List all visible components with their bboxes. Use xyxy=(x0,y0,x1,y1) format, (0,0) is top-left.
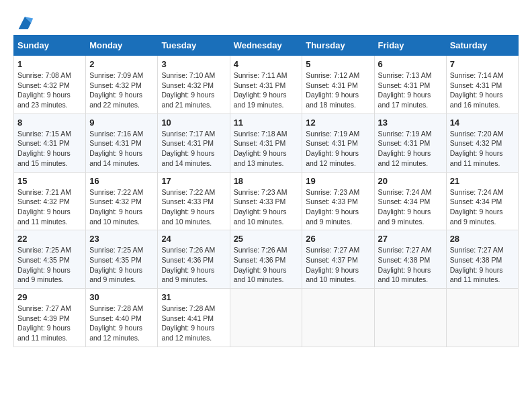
day-number: 24 xyxy=(161,234,226,244)
calendar-cell: 30Sunrise: 7:28 AMSunset: 4:40 PMDayligh… xyxy=(86,289,158,347)
calendar-cell: 5Sunrise: 7:12 AMSunset: 4:31 PMDaylight… xyxy=(302,56,374,114)
day-number: 31 xyxy=(161,292,226,302)
calendar-cell: 15Sunrise: 7:21 AMSunset: 4:32 PMDayligh… xyxy=(14,172,86,230)
day-number: 6 xyxy=(378,59,443,69)
day-info: Sunrise: 7:21 AMSunset: 4:32 PMDaylight:… xyxy=(17,187,82,227)
calendar-cell xyxy=(302,289,374,347)
calendar-cell: 10Sunrise: 7:17 AMSunset: 4:31 PMDayligh… xyxy=(158,113,230,172)
day-number: 4 xyxy=(234,59,299,69)
day-number: 21 xyxy=(450,176,515,186)
calendar-week-4: 29Sunrise: 7:27 AMSunset: 4:39 PMDayligh… xyxy=(14,289,519,347)
day-number: 29 xyxy=(17,292,82,302)
calendar-cell: 1Sunrise: 7:08 AMSunset: 4:32 PMDaylight… xyxy=(14,56,86,114)
calendar-week-1: 8Sunrise: 7:15 AMSunset: 4:31 PMDaylight… xyxy=(14,113,519,172)
day-info: Sunrise: 7:15 AMSunset: 4:31 PMDaylight:… xyxy=(17,129,82,169)
calendar-cell: 28Sunrise: 7:27 AMSunset: 4:38 PMDayligh… xyxy=(446,230,518,289)
day-number: 17 xyxy=(161,176,226,186)
day-number: 13 xyxy=(378,118,443,128)
calendar-header-friday: Friday xyxy=(374,36,446,56)
day-number: 16 xyxy=(89,176,154,186)
day-number: 11 xyxy=(234,118,299,128)
day-info: Sunrise: 7:19 AMSunset: 4:31 PMDaylight:… xyxy=(378,129,443,169)
day-info: Sunrise: 7:19 AMSunset: 4:31 PMDaylight:… xyxy=(306,129,370,169)
day-info: Sunrise: 7:08 AMSunset: 4:32 PMDaylight:… xyxy=(17,71,82,110)
calendar-cell: 7Sunrise: 7:14 AMSunset: 4:31 PMDaylight… xyxy=(446,56,518,114)
calendar-cell: 18Sunrise: 7:23 AMSunset: 4:33 PMDayligh… xyxy=(230,172,302,230)
calendar-cell: 4Sunrise: 7:11 AMSunset: 4:31 PMDaylight… xyxy=(230,56,302,114)
day-number: 5 xyxy=(306,59,370,69)
calendar-header-tuesday: Tuesday xyxy=(158,36,230,56)
calendar-cell: 8Sunrise: 7:15 AMSunset: 4:31 PMDaylight… xyxy=(14,113,86,172)
day-number: 26 xyxy=(306,234,370,244)
calendar-cell: 27Sunrise: 7:27 AMSunset: 4:38 PMDayligh… xyxy=(374,230,446,289)
calendar-cell xyxy=(374,289,446,347)
day-info: Sunrise: 7:27 AMSunset: 4:38 PMDaylight:… xyxy=(378,245,443,285)
calendar-cell: 13Sunrise: 7:19 AMSunset: 4:31 PMDayligh… xyxy=(374,113,446,172)
calendar-cell: 3Sunrise: 7:10 AMSunset: 4:32 PMDaylight… xyxy=(158,56,230,114)
calendar-header-wednesday: Wednesday xyxy=(230,36,302,56)
day-info: Sunrise: 7:24 AMSunset: 4:34 PMDaylight:… xyxy=(450,187,515,227)
day-number: 3 xyxy=(161,59,226,69)
day-number: 14 xyxy=(450,118,515,128)
day-info: Sunrise: 7:27 AMSunset: 4:39 PMDaylight:… xyxy=(17,304,82,343)
day-number: 25 xyxy=(234,234,299,244)
day-info: Sunrise: 7:14 AMSunset: 4:31 PMDaylight:… xyxy=(450,71,515,110)
day-info: Sunrise: 7:17 AMSunset: 4:31 PMDaylight:… xyxy=(161,129,226,169)
day-info: Sunrise: 7:18 AMSunset: 4:31 PMDaylight:… xyxy=(234,129,299,169)
calendar-cell: 22Sunrise: 7:25 AMSunset: 4:35 PMDayligh… xyxy=(14,230,86,289)
calendar-cell: 14Sunrise: 7:20 AMSunset: 4:32 PMDayligh… xyxy=(446,113,518,172)
calendar-header-saturday: Saturday xyxy=(446,36,518,56)
day-info: Sunrise: 7:26 AMSunset: 4:36 PMDaylight:… xyxy=(161,245,226,285)
day-number: 22 xyxy=(17,234,82,244)
day-number: 18 xyxy=(234,176,299,186)
day-info: Sunrise: 7:27 AMSunset: 4:37 PMDaylight:… xyxy=(306,245,370,285)
calendar-header-row: SundayMondayTuesdayWednesdayThursdayFrid… xyxy=(14,36,519,56)
day-number: 1 xyxy=(17,59,82,69)
day-number: 12 xyxy=(306,118,370,128)
day-info: Sunrise: 7:25 AMSunset: 4:35 PMDaylight:… xyxy=(89,245,154,285)
calendar-cell: 21Sunrise: 7:24 AMSunset: 4:34 PMDayligh… xyxy=(446,172,518,230)
day-number: 27 xyxy=(378,234,443,244)
day-info: Sunrise: 7:22 AMSunset: 4:32 PMDaylight:… xyxy=(89,187,154,227)
calendar-cell xyxy=(230,289,302,347)
day-info: Sunrise: 7:25 AMSunset: 4:35 PMDaylight:… xyxy=(17,245,82,285)
calendar-header-thursday: Thursday xyxy=(302,36,374,56)
calendar-cell: 23Sunrise: 7:25 AMSunset: 4:35 PMDayligh… xyxy=(86,230,158,289)
calendar-cell: 31Sunrise: 7:28 AMSunset: 4:41 PMDayligh… xyxy=(158,289,230,347)
calendar-cell: 19Sunrise: 7:23 AMSunset: 4:33 PMDayligh… xyxy=(302,172,374,230)
calendar-cell: 24Sunrise: 7:26 AMSunset: 4:36 PMDayligh… xyxy=(158,230,230,289)
calendar-table: SundayMondayTuesdayWednesdayThursdayFrid… xyxy=(13,35,519,347)
calendar-cell: 26Sunrise: 7:27 AMSunset: 4:37 PMDayligh… xyxy=(302,230,374,289)
day-info: Sunrise: 7:22 AMSunset: 4:33 PMDaylight:… xyxy=(161,187,226,227)
calendar-week-2: 15Sunrise: 7:21 AMSunset: 4:32 PMDayligh… xyxy=(14,172,519,230)
day-number: 23 xyxy=(89,234,154,244)
calendar-cell xyxy=(446,289,518,347)
day-number: 8 xyxy=(17,118,82,128)
day-number: 28 xyxy=(450,234,515,244)
day-info: Sunrise: 7:23 AMSunset: 4:33 PMDaylight:… xyxy=(306,187,370,227)
calendar-cell: 6Sunrise: 7:13 AMSunset: 4:31 PMDaylight… xyxy=(374,56,446,114)
day-number: 2 xyxy=(89,59,154,69)
day-info: Sunrise: 7:09 AMSunset: 4:32 PMDaylight:… xyxy=(89,71,154,110)
day-info: Sunrise: 7:10 AMSunset: 4:32 PMDaylight:… xyxy=(161,71,226,110)
day-info: Sunrise: 7:20 AMSunset: 4:32 PMDaylight:… xyxy=(450,129,515,169)
logo xyxy=(13,13,34,28)
calendar-header-sunday: Sunday xyxy=(14,36,86,56)
day-info: Sunrise: 7:12 AMSunset: 4:31 PMDaylight:… xyxy=(306,71,370,110)
calendar-header-monday: Monday xyxy=(86,36,158,56)
day-number: 15 xyxy=(17,176,82,186)
calendar-cell: 25Sunrise: 7:26 AMSunset: 4:36 PMDayligh… xyxy=(230,230,302,289)
day-info: Sunrise: 7:28 AMSunset: 4:40 PMDaylight:… xyxy=(89,304,154,343)
calendar-cell: 16Sunrise: 7:22 AMSunset: 4:32 PMDayligh… xyxy=(86,172,158,230)
calendar-cell: 17Sunrise: 7:22 AMSunset: 4:33 PMDayligh… xyxy=(158,172,230,230)
day-info: Sunrise: 7:28 AMSunset: 4:41 PMDaylight:… xyxy=(161,304,226,343)
day-info: Sunrise: 7:26 AMSunset: 4:36 PMDaylight:… xyxy=(234,245,299,285)
day-info: Sunrise: 7:11 AMSunset: 4:31 PMDaylight:… xyxy=(234,71,299,110)
day-number: 10 xyxy=(161,118,226,128)
calendar-cell: 12Sunrise: 7:19 AMSunset: 4:31 PMDayligh… xyxy=(302,113,374,172)
day-info: Sunrise: 7:16 AMSunset: 4:31 PMDaylight:… xyxy=(89,129,154,169)
calendar-cell: 20Sunrise: 7:24 AMSunset: 4:34 PMDayligh… xyxy=(374,172,446,230)
day-number: 19 xyxy=(306,176,370,186)
day-info: Sunrise: 7:13 AMSunset: 4:31 PMDaylight:… xyxy=(378,71,443,110)
day-info: Sunrise: 7:23 AMSunset: 4:33 PMDaylight:… xyxy=(234,187,299,227)
